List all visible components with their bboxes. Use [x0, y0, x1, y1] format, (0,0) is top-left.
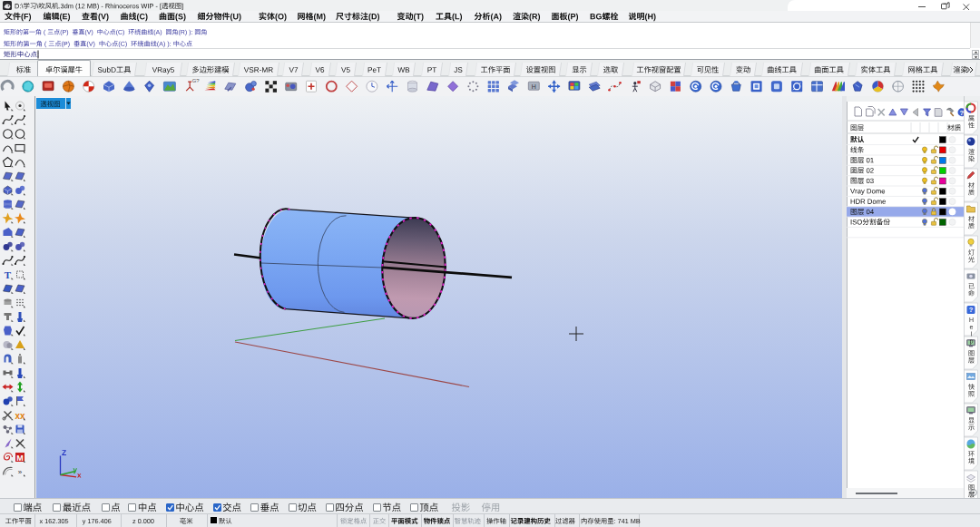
svg-text:H: H	[532, 83, 536, 90]
svg-text:T: T	[5, 269, 12, 280]
svg-text:»: »	[18, 468, 23, 476]
svg-text:M: M	[16, 454, 24, 463]
svg-text:?: ?	[969, 306, 974, 314]
svg-text:G?: G?	[192, 78, 201, 83]
